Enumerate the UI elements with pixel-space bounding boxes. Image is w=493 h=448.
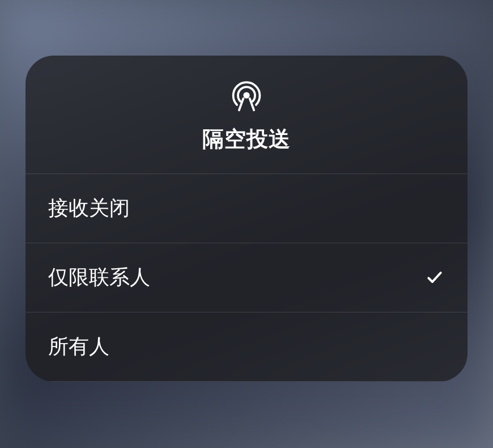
checkmark-icon: [424, 267, 445, 288]
option-label: 仅限联系人: [48, 264, 150, 291]
panel-header: 隔空投送: [26, 56, 468, 174]
panel-title: 隔空投送: [26, 125, 468, 154]
airdrop-settings-panel: 隔空投送 接收关闭 仅限联系人 所有人: [26, 56, 468, 382]
option-label: 接收关闭: [48, 195, 130, 222]
option-everyone[interactable]: 所有人: [26, 312, 468, 382]
svg-point-0: [243, 92, 249, 98]
airdrop-icon: [26, 78, 468, 112]
option-contacts-only[interactable]: 仅限联系人: [26, 243, 468, 312]
option-label: 所有人: [48, 333, 109, 361]
option-receiving-off[interactable]: 接收关闭: [26, 174, 468, 243]
